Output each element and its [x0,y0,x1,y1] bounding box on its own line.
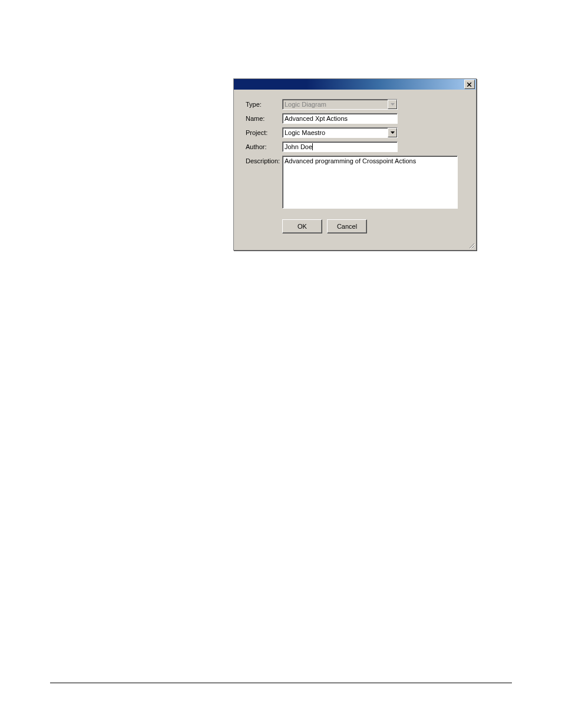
description-textarea[interactable]: Advanced programming of Crosspoint Actio… [282,156,458,209]
svg-line-8 [474,248,474,248]
close-button[interactable] [464,80,475,89]
row-project: Project: Logic Maestro [246,127,464,138]
dialog-content: Type: Logic Diagram Name: Advanced Xpt A… [234,90,476,239]
row-description: Description: Advanced programming of Cro… [246,156,464,209]
titlebar [234,79,476,90]
text-cursor [312,143,313,150]
row-name: Name: Advanced Xpt Actions [246,113,464,124]
cancel-button[interactable]: Cancel [327,219,367,233]
chevron-down-icon[interactable] [388,128,397,137]
project-value: Logic Maestro [285,129,325,136]
footer-divider [50,683,512,683]
chevron-down-icon [388,100,397,109]
author-input[interactable]: John Doe [282,141,398,152]
label-project: Project: [246,127,282,136]
type-value: Logic Diagram [285,101,326,108]
row-type: Type: Logic Diagram [246,99,464,110]
type-combobox: Logic Diagram [282,99,398,110]
resize-grip[interactable] [468,242,475,249]
author-value: John Doe [285,143,312,150]
row-author: Author: John Doe [246,141,464,152]
project-combobox[interactable]: Logic Maestro [282,127,398,138]
label-name: Name: [246,113,282,122]
label-author: Author: [246,141,282,150]
name-value: Advanced Xpt Actions [285,115,348,122]
ok-button[interactable]: OK [282,219,322,233]
name-input[interactable]: Advanced Xpt Actions [282,113,398,124]
label-type: Type: [246,99,282,108]
close-icon [467,83,472,87]
svg-marker-2 [391,103,395,106]
svg-marker-3 [391,131,395,134]
dialog-window: Type: Logic Diagram Name: Advanced Xpt A… [233,78,477,251]
button-row: OK Cancel [282,219,464,233]
label-description: Description: [246,156,282,164]
description-value: Advanced programming of Crosspoint Actio… [285,157,416,164]
